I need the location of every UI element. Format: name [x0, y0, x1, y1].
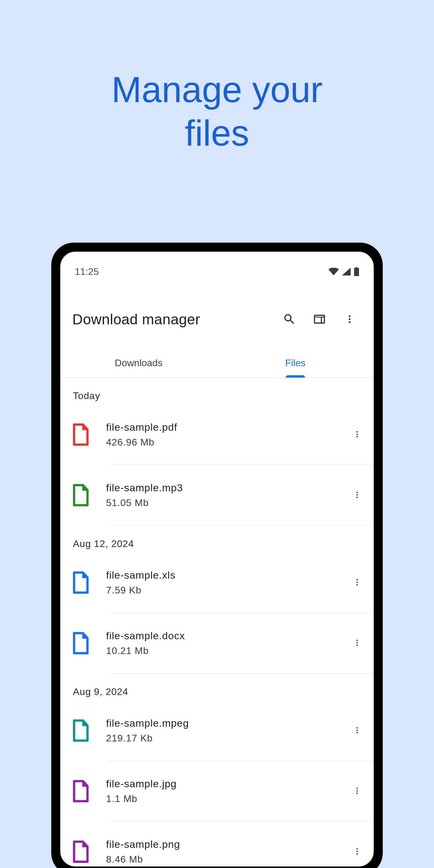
file-size: 219.17 Kb: [106, 733, 347, 744]
svg-point-4: [356, 433, 358, 435]
more-vert-icon: [353, 786, 361, 796]
file-row[interactable]: file-sample.docx10.21 Mb: [60, 613, 374, 673]
svg-point-5: [356, 436, 358, 437]
more-vert-icon: [353, 578, 361, 587]
svg-point-18: [356, 787, 358, 789]
file-icon: [70, 719, 106, 742]
hero-line2: files: [0, 111, 434, 155]
file-name: file-sample.mp3: [106, 482, 347, 494]
section-header: Aug 9, 2024: [60, 674, 374, 701]
more-vert-icon: [353, 430, 361, 439]
phone-frame: 11:25 Download manager: [51, 243, 383, 868]
more-vert-icon: [353, 639, 361, 648]
file-menu-button[interactable]: [347, 572, 368, 593]
svg-point-8: [356, 496, 358, 498]
wifi-icon: [329, 268, 339, 276]
svg-point-12: [356, 640, 358, 641]
file-meta: file-sample.docx10.21 Mb: [106, 630, 347, 656]
section-header: Today: [60, 378, 374, 404]
svg-point-17: [356, 732, 358, 733]
web-layout-icon: [313, 313, 326, 326]
file-icon: [70, 571, 106, 594]
file-meta: file-sample.mp351.05 Mb: [106, 482, 347, 508]
file-row[interactable]: file-sample.mp351.05 Mb: [60, 465, 374, 525]
file-name: file-sample.xls: [106, 569, 347, 581]
svg-point-0: [349, 315, 350, 317]
status-time: 11:25: [75, 266, 99, 277]
svg-point-19: [356, 790, 358, 792]
file-size: 426.96 Mb: [106, 437, 347, 448]
svg-point-20: [356, 792, 358, 794]
tab-files-label: Files: [285, 358, 306, 369]
page-title: Download manager: [72, 311, 271, 328]
file-meta: file-sample.jpg1.1 Mb: [106, 778, 347, 804]
file-name: file-sample.pdf: [106, 421, 347, 433]
svg-point-16: [356, 730, 358, 731]
svg-point-10: [356, 581, 358, 583]
file-list[interactable]: Todayfile-sample.pdf426.96 Mbfile-sample…: [60, 378, 374, 867]
file-row[interactable]: file-sample.png8.46 Mb: [60, 822, 374, 867]
file-menu-button[interactable]: [347, 841, 368, 862]
tab-files[interactable]: Files: [217, 349, 374, 377]
file-size: 1.1 Mb: [106, 793, 347, 804]
search-icon: [283, 313, 296, 326]
svg-point-21: [356, 848, 358, 849]
svg-point-7: [356, 494, 358, 495]
file-size: 10.21 Mb: [106, 645, 347, 656]
file-row[interactable]: file-sample.mpeg219.17 Kb: [60, 701, 374, 761]
file-row[interactable]: file-sample.jpg1.1 Mb: [60, 761, 374, 821]
svg-point-13: [356, 642, 358, 644]
file-name: file-sample.mpeg: [106, 717, 347, 729]
file-size: 51.05 Mb: [106, 497, 347, 508]
file-icon: [70, 841, 106, 863]
file-menu-button[interactable]: [347, 781, 368, 802]
hero-heading: Manage your files: [0, 0, 434, 155]
file-row[interactable]: file-sample.xls7.59 Kb: [60, 553, 374, 613]
tab-downloads[interactable]: Downloads: [60, 349, 217, 377]
svg-point-14: [356, 644, 358, 646]
hero-line1: Manage your: [0, 68, 434, 111]
svg-point-2: [349, 321, 350, 323]
file-menu-button[interactable]: [347, 424, 368, 445]
app-bar: Download manager: [60, 283, 374, 334]
status-icons: [329, 267, 359, 276]
file-menu-button[interactable]: [347, 485, 368, 506]
svg-point-22: [356, 850, 358, 852]
svg-point-15: [356, 727, 358, 728]
view-toggle-button[interactable]: [307, 307, 332, 331]
status-bar: 11:25: [60, 252, 374, 283]
battery-icon: [354, 267, 359, 276]
svg-point-1: [349, 318, 350, 320]
svg-point-6: [356, 492, 358, 493]
file-name: file-sample.png: [106, 838, 347, 850]
file-icon: [70, 484, 106, 506]
file-name: file-sample.docx: [106, 630, 347, 642]
file-size: 7.59 Kb: [106, 585, 347, 596]
file-menu-button[interactable]: [347, 632, 368, 654]
more-vert-icon: [353, 847, 361, 857]
more-vert-icon: [344, 314, 355, 324]
section-header: Aug 12, 2024: [60, 526, 374, 553]
more-vert-icon: [353, 726, 361, 735]
file-name: file-sample.jpg: [106, 778, 347, 789]
file-meta: file-sample.png8.46 Mb: [106, 838, 347, 865]
search-button[interactable]: [277, 307, 301, 331]
file-icon: [70, 632, 106, 654]
svg-point-9: [356, 579, 358, 581]
cellular-icon: [342, 268, 351, 276]
svg-point-11: [356, 584, 358, 585]
overflow-menu-button[interactable]: [338, 307, 362, 331]
tab-downloads-label: Downloads: [115, 358, 162, 369]
more-vert-icon: [353, 491, 361, 500]
file-menu-button[interactable]: [347, 720, 368, 741]
file-row[interactable]: file-sample.pdf426.96 Mb: [60, 404, 374, 465]
file-meta: file-sample.xls7.59 Kb: [106, 569, 347, 596]
file-meta: file-sample.mpeg219.17 Kb: [106, 717, 347, 744]
file-icon: [70, 780, 106, 802]
file-icon: [70, 424, 106, 446]
file-size: 8.46 Mb: [106, 854, 347, 865]
svg-point-3: [356, 431, 358, 433]
phone-screen: 11:25 Download manager: [60, 252, 374, 867]
file-meta: file-sample.pdf426.96 Mb: [106, 421, 347, 448]
tab-bar: Downloads Files: [60, 349, 374, 378]
